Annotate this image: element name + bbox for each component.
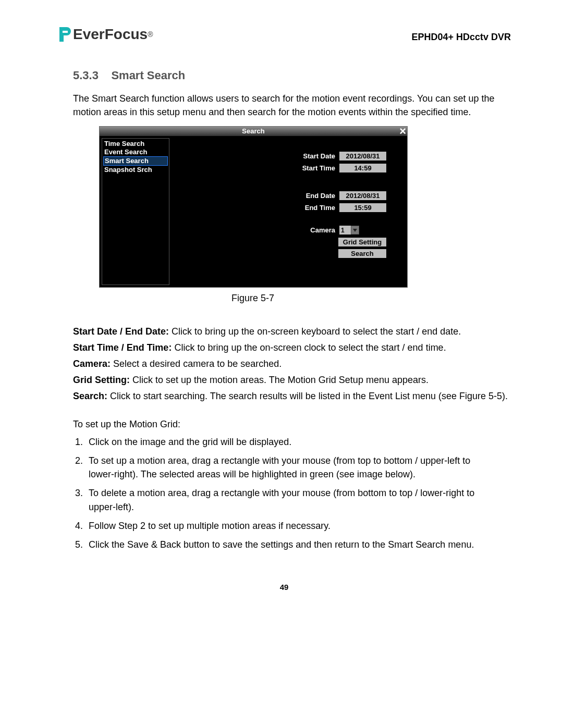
- search-button[interactable]: Search: [338, 249, 386, 258]
- def-grid-label: Grid Setting:: [73, 375, 130, 385]
- start-date-field[interactable]: 2012/08/31: [339, 152, 386, 161]
- svg-rect-0: [63, 31, 68, 33]
- start-time-field[interactable]: 14:59: [339, 164, 386, 172]
- page-number: 49: [57, 583, 511, 591]
- everfocus-icon: [57, 26, 71, 43]
- label-start-time: Start Time: [278, 164, 335, 172]
- sidebar-item-snapshot-srch[interactable]: Snapshot Srch: [104, 166, 167, 174]
- registered-mark: ®: [148, 30, 153, 39]
- label-start-date: Start Date: [278, 152, 335, 160]
- def-camera-label: Camera:: [73, 359, 111, 369]
- dvr-main-panel: Start Date 2012/08/31 Start Time 14:59 E…: [172, 136, 407, 287]
- def-grid-text: Click to set up the motion areas. The Mo…: [130, 375, 429, 385]
- page-header: EverFocus® EPHD04+ HDcctv DVR: [57, 26, 511, 43]
- label-end-time: End Time: [278, 204, 335, 212]
- camera-dropdown[interactable]: 1: [339, 226, 359, 235]
- def-start-date-label: Start Date / End Date:: [73, 326, 169, 337]
- dvr-titlebar: Search ×: [100, 127, 407, 136]
- section-title: Smart Search: [111, 69, 185, 82]
- dvr-sidebar: Time Search Event Search Smart Search Sn…: [102, 138, 169, 285]
- end-date-field[interactable]: 2012/08/31: [339, 191, 386, 200]
- def-start-time-label: Start Time / End Time:: [73, 342, 172, 353]
- sidebar-item-time-search[interactable]: Time Search: [104, 140, 167, 148]
- dvr-search-window: Search × Time Search Event Search Smart …: [99, 126, 408, 288]
- sidebar-item-smart-search[interactable]: Smart Search: [103, 156, 168, 166]
- figure-caption: Figure 5-7: [99, 293, 407, 304]
- label-camera: Camera: [278, 226, 335, 234]
- instructions-heading: To set up the Motion Grid:: [73, 419, 511, 430]
- step-3: To delete a motion area, drag a rectangl…: [85, 486, 495, 513]
- def-search-text: Click to start searching. The search res…: [107, 391, 508, 401]
- sidebar-item-event-search[interactable]: Event Search: [104, 148, 167, 156]
- def-camera-text: Select a desired camera to be searched.: [111, 359, 282, 369]
- step-5: Click the Save & Back button to save the…: [85, 538, 495, 551]
- step-2: To set up a motion area, drag a rectangl…: [85, 454, 495, 481]
- section-number: 5.3.3: [73, 69, 99, 82]
- brand-text: EverFocus: [73, 26, 148, 43]
- label-end-date: End Date: [278, 192, 335, 200]
- close-icon[interactable]: ×: [399, 126, 406, 137]
- brand-logo: EverFocus®: [57, 26, 153, 43]
- definitions-block: Start Date / End Date: Click to bring up…: [73, 325, 511, 403]
- dvr-title: Search: [242, 127, 264, 135]
- def-start-date-text: Click to bring up the on-screen keyboard…: [169, 326, 461, 337]
- section-heading: 5.3.3 Smart Search: [57, 69, 511, 82]
- end-time-field[interactable]: 15:59: [339, 203, 386, 212]
- grid-setting-button[interactable]: Grid Setting: [338, 238, 386, 246]
- product-name: EPHD04+ HDcctv DVR: [411, 32, 511, 43]
- chevron-down-icon: [351, 226, 359, 235]
- def-search-label: Search:: [73, 391, 107, 401]
- step-4: Follow Step 2 to set up multiple motion …: [85, 519, 495, 533]
- instruction-steps: Click on the image and the grid will be …: [73, 435, 495, 551]
- section-intro: The Smart Search function allows users t…: [73, 92, 511, 119]
- def-start-time-text: Click to bring up the on-screen clock to…: [172, 342, 446, 353]
- step-1: Click on the image and the grid will be …: [85, 435, 495, 449]
- camera-value: 1: [339, 227, 351, 234]
